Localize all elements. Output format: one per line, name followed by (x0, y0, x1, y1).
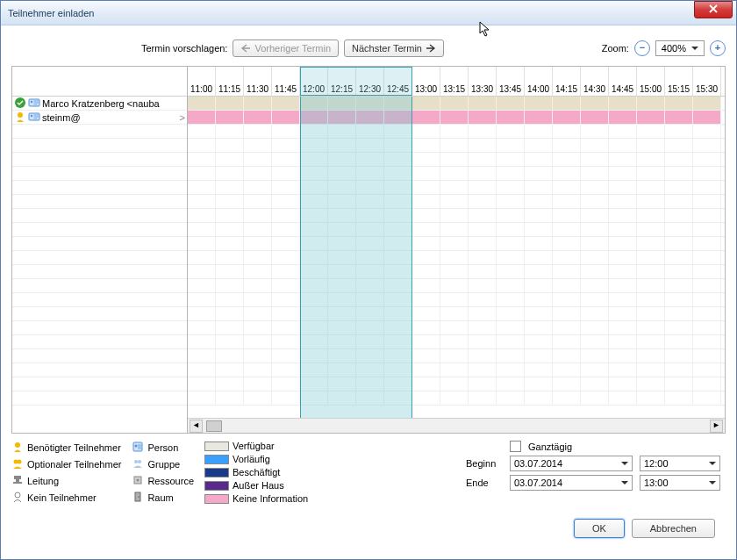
timeline-row[interactable] (188, 195, 725, 209)
timeline-row[interactable] (188, 125, 725, 139)
optional-icon (11, 457, 24, 471)
scroll-right-button[interactable]: ► (710, 420, 723, 433)
end-time-combo[interactable]: 13:00 (640, 475, 720, 491)
time-cell: 13:15 (440, 67, 469, 96)
attendee-row[interactable] (12, 377, 187, 391)
attendee-row[interactable] (12, 223, 187, 237)
timeline-row[interactable] (188, 335, 725, 349)
svg-point-14 (135, 445, 138, 448)
attendee-header (12, 67, 187, 97)
datetime-block: Ganztägig Beginn 03.07.2014 12:00 Ende (466, 441, 726, 505)
attendee-row[interactable]: steinm@> (12, 111, 187, 125)
legend-roles: Benötigter TeilnehmerOptionaler Teilnehm… (11, 441, 121, 505)
time-cell: 14:45 (609, 67, 637, 96)
arrow-right-icon (426, 44, 436, 53)
attendee-row[interactable] (12, 209, 187, 223)
time-cell: 12:00 (300, 67, 328, 96)
attendee-row[interactable] (12, 279, 187, 293)
legend-role-item: Kein Teilnehmer (11, 491, 121, 505)
begin-row: Beginn 03.07.2014 12:00 (466, 456, 720, 471)
timeline-row[interactable] (188, 209, 725, 223)
zoom-in-button[interactable]: + (710, 40, 726, 56)
cancel-button[interactable]: Abbrechen (632, 519, 715, 538)
attendee-row[interactable] (12, 125, 187, 139)
timeline-row[interactable] (188, 391, 725, 406)
legend-label: Kein Teilnehmer (27, 492, 97, 503)
prev-appointment-button[interactable]: Vorheriger Termin (233, 39, 339, 57)
attendee-row[interactable] (12, 195, 187, 209)
timeline-row[interactable] (188, 153, 725, 167)
timeline-row[interactable] (188, 293, 725, 307)
legend-status-item: Verfügbar (204, 441, 308, 451)
horizontal-scrollbar[interactable]: ◄ ► (188, 418, 725, 433)
timeline-row[interactable] (188, 307, 725, 321)
contact-card-icon (28, 97, 40, 111)
timeline-row[interactable] (188, 181, 725, 195)
timeline-row[interactable] (188, 363, 725, 377)
attendee-row[interactable] (12, 363, 187, 377)
timeline-row[interactable] (188, 279, 725, 293)
timeline-row[interactable] (188, 377, 725, 391)
zoom-out-button[interactable]: − (634, 40, 650, 56)
attendee-name: steinm@ (42, 112, 81, 123)
next-appointment-button[interactable]: Nächster Termin (344, 39, 444, 57)
close-button[interactable] (694, 1, 733, 18)
time-cell: 12:15 (328, 67, 356, 96)
timeline-row[interactable] (188, 223, 725, 237)
timeline-row[interactable] (188, 139, 725, 153)
timeline-row[interactable] (188, 97, 725, 111)
next-label: Nächster Termin (352, 43, 422, 54)
timeline-row[interactable] (188, 167, 725, 181)
zoom-value-combo[interactable]: 400% (655, 40, 705, 56)
begin-label: Beginn (466, 458, 503, 469)
timeline-row[interactable] (188, 111, 725, 125)
allday-checkbox[interactable] (510, 441, 521, 452)
time-header: 11:0011:1511:3011:4512:0012:1512:3012:45… (188, 67, 725, 97)
attendee-row[interactable] (12, 265, 187, 279)
begin-date-combo[interactable]: 03.07.2014 (510, 456, 633, 471)
scroll-thumb[interactable] (206, 420, 222, 432)
none-icon (11, 491, 24, 505)
attendee-row[interactable] (12, 321, 187, 335)
attendee-row[interactable]: Marco Kratzenberg <nauba (12, 97, 187, 111)
end-row: Ende 03.07.2014 13:00 (466, 475, 720, 491)
attendee-row[interactable] (12, 237, 187, 251)
attendee-row[interactable] (12, 391, 187, 406)
legend-types: PersonGruppeRessourceRaum (132, 441, 194, 505)
attendee-row[interactable] (12, 167, 187, 181)
attendee-row[interactable] (12, 153, 187, 167)
begin-time-combo[interactable]: 12:00 (640, 456, 720, 471)
legend-label: Außer Haus (233, 480, 284, 491)
attendee-row[interactable] (12, 251, 187, 265)
titlebar: Teilnehmer einladen (1, 1, 736, 25)
add-attendee-input[interactable] (14, 126, 185, 137)
attendee-row[interactable] (12, 307, 187, 321)
legend-label: Verfügbar (233, 441, 275, 451)
attendee-row[interactable] (12, 139, 187, 153)
scroll-left-button[interactable]: ◄ (190, 420, 203, 433)
end-date-combo[interactable]: 03.07.2014 (510, 475, 633, 491)
attendee-row[interactable] (12, 335, 187, 349)
timeline-body[interactable] (188, 97, 725, 418)
timeline-row[interactable] (188, 321, 725, 335)
timeline-row[interactable] (188, 265, 725, 279)
attendee-row[interactable] (12, 293, 187, 307)
expand-icon[interactable]: > (180, 112, 185, 123)
svg-point-6 (15, 442, 20, 448)
person-icon (132, 441, 144, 455)
chevron-down-icon (709, 462, 716, 465)
legend-type-item: Gruppe (132, 457, 194, 471)
legend-label: Keine Information (233, 493, 308, 504)
timeline-row[interactable] (188, 237, 725, 251)
legend-label: Benötigter Teilnehmer (27, 442, 121, 453)
attendee-row[interactable] (12, 181, 187, 195)
end-date: 03.07.2014 (514, 477, 562, 488)
timeline-row[interactable] (188, 349, 725, 363)
begin-time: 12:00 (644, 458, 669, 469)
zoom-label: Zoom: (602, 43, 629, 54)
attendee-row[interactable] (12, 349, 187, 363)
ok-button[interactable]: OK (574, 519, 625, 538)
timeline-row[interactable] (188, 251, 725, 265)
svg-point-2 (31, 100, 32, 102)
timeline-column: 11:0011:1511:3011:4512:0012:1512:3012:45… (188, 67, 725, 433)
